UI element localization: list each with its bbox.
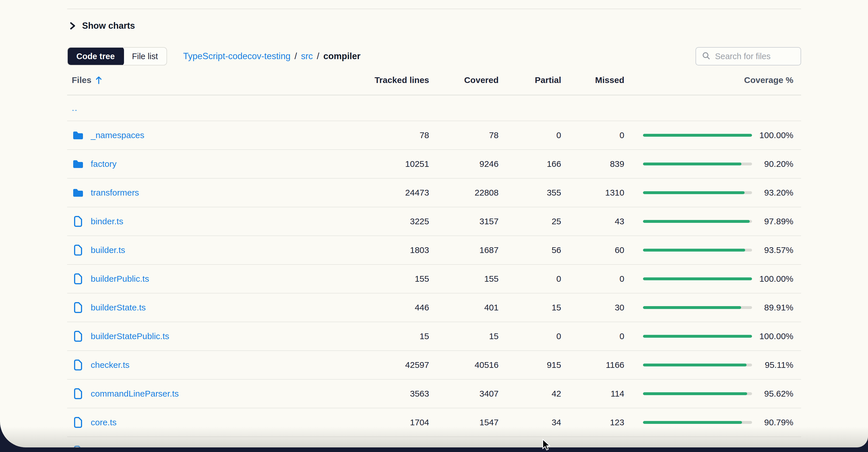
sort-ascending-icon bbox=[95, 76, 102, 85]
table-row: builderPublic.ts 155 155 0 0 100.00% bbox=[67, 265, 801, 294]
table-row: factory 10251 9246 166 839 90.20% bbox=[67, 150, 801, 179]
table-row: corePublic.ts 27 27 0 0 100.00% bbox=[67, 437, 801, 447]
missed-value: 1166 bbox=[561, 360, 624, 370]
missed-value: 60 bbox=[561, 245, 624, 255]
coverage-bar-fill bbox=[643, 277, 752, 280]
covered-value: 401 bbox=[429, 303, 499, 312]
file-link[interactable]: builderPublic.ts bbox=[91, 274, 149, 284]
partial-value: 166 bbox=[499, 159, 561, 169]
header-files[interactable]: Files bbox=[67, 75, 343, 85]
tab-code-tree[interactable]: Code tree bbox=[67, 47, 124, 65]
coverage-bar-fill bbox=[643, 249, 745, 251]
covered-value: 155 bbox=[429, 274, 499, 284]
table-row: builderStatePublic.ts 15 15 0 0 100.00% bbox=[67, 322, 801, 351]
chevron-right-icon bbox=[69, 22, 76, 30]
partial-value: 915 bbox=[499, 360, 561, 370]
header-covered[interactable]: Covered bbox=[429, 75, 499, 85]
partial-value: 34 bbox=[499, 418, 561, 427]
coverage-percent: 90.20% bbox=[752, 159, 794, 169]
table-row: binder.ts 3225 3157 25 43 97.89% bbox=[67, 207, 801, 236]
file-link[interactable]: transformers bbox=[91, 188, 139, 198]
file-icon bbox=[72, 216, 84, 227]
tracked-lines-value: 155 bbox=[343, 274, 429, 284]
covered-value: 22808 bbox=[429, 188, 499, 198]
top-divider bbox=[67, 9, 801, 9]
coverage-bar bbox=[624, 335, 752, 338]
coverage-bar-fill bbox=[643, 162, 741, 165]
covered-value: 9246 bbox=[429, 159, 499, 169]
partial-value: 25 bbox=[499, 216, 561, 226]
header-partial[interactable]: Partial bbox=[499, 75, 561, 85]
coverage-bar-fill bbox=[643, 220, 750, 223]
coverage-percent: 89.91% bbox=[752, 303, 794, 312]
show-charts-label: Show charts bbox=[82, 21, 135, 31]
covered-value: 40516 bbox=[429, 360, 499, 370]
coverage-bar bbox=[624, 277, 752, 280]
file-icon bbox=[72, 331, 84, 342]
file-link[interactable]: builder.ts bbox=[91, 245, 125, 255]
partial-value: 0 bbox=[499, 331, 561, 341]
table-header-row: Files Tracked lines Covered Partial Miss… bbox=[67, 65, 801, 95]
breadcrumb-repo-link[interactable]: TypeScript-codecov-testing bbox=[183, 51, 290, 61]
folder-icon bbox=[72, 188, 84, 198]
covered-value: 15 bbox=[429, 331, 499, 341]
table-row: commandLineParser.ts 3563 3407 42 114 95… bbox=[67, 380, 801, 409]
search-input[interactable] bbox=[715, 52, 795, 61]
tracked-lines-value: 24473 bbox=[343, 188, 429, 198]
file-icon bbox=[72, 244, 84, 256]
covered-value: 78 bbox=[429, 130, 499, 140]
coverage-bar bbox=[624, 134, 752, 137]
missed-value: 0 bbox=[561, 130, 624, 140]
coverage-bar bbox=[624, 421, 752, 424]
tracked-lines-value: 10251 bbox=[343, 159, 429, 169]
table-row: checker.ts 42597 40516 915 1166 95.11% bbox=[67, 351, 801, 380]
file-link[interactable]: checker.ts bbox=[91, 360, 129, 370]
partial-value: 42 bbox=[499, 389, 561, 399]
coverage-bar bbox=[624, 220, 752, 223]
file-link[interactable]: _namespaces bbox=[91, 130, 144, 140]
coverage-bar bbox=[624, 306, 752, 309]
files-table: Files Tracked lines Covered Partial Miss… bbox=[67, 65, 801, 447]
covered-value: 27 bbox=[429, 446, 499, 447]
coverage-percent: 100.00% bbox=[752, 130, 794, 140]
parent-directory-link[interactable]: .. bbox=[72, 103, 78, 113]
file-link[interactable]: core.ts bbox=[91, 418, 117, 427]
tracked-lines-value: 27 bbox=[343, 446, 429, 447]
tracked-lines-value: 42597 bbox=[343, 360, 429, 370]
table-row: builderState.ts 446 401 15 30 89.91% bbox=[67, 294, 801, 322]
breadcrumb-dir-link[interactable]: src bbox=[301, 51, 313, 61]
missed-value: 0 bbox=[561, 331, 624, 341]
coverage-percent: 100.00% bbox=[752, 446, 794, 447]
header-tracked-lines[interactable]: Tracked lines bbox=[343, 75, 429, 85]
coverage-bar-fill bbox=[643, 392, 747, 395]
header-coverage[interactable]: Coverage % bbox=[624, 75, 794, 85]
table-row: _namespaces 78 78 0 0 100.00% bbox=[67, 121, 801, 150]
file-link[interactable]: commandLineParser.ts bbox=[91, 389, 179, 399]
coverage-bar bbox=[624, 364, 752, 366]
tracked-lines-value: 3563 bbox=[343, 389, 429, 399]
file-link[interactable]: binder.ts bbox=[91, 216, 123, 226]
tracked-lines-value: 78 bbox=[343, 130, 429, 140]
coverage-bar bbox=[624, 162, 752, 165]
partial-value: 355 bbox=[499, 188, 561, 198]
covered-value: 1687 bbox=[429, 245, 499, 255]
search-box[interactable] bbox=[695, 47, 801, 65]
header-missed[interactable]: Missed bbox=[561, 75, 624, 85]
show-charts-toggle[interactable]: Show charts bbox=[69, 21, 135, 31]
file-link[interactable]: factory bbox=[91, 159, 117, 169]
tab-file-list[interactable]: File list bbox=[123, 48, 166, 65]
breadcrumb-separator: / bbox=[294, 51, 297, 61]
file-icon bbox=[72, 417, 84, 428]
covered-value: 3407 bbox=[429, 389, 499, 399]
coverage-percent: 95.11% bbox=[752, 360, 794, 370]
file-link[interactable]: corePublic.ts bbox=[91, 446, 140, 447]
coverage-bar bbox=[624, 249, 752, 251]
coverage-percent: 93.20% bbox=[752, 188, 794, 198]
coverage-percent: 93.57% bbox=[752, 245, 794, 255]
tracked-lines-value: 15 bbox=[343, 331, 429, 341]
coverage-bar-fill bbox=[643, 421, 742, 424]
coverage-bar-fill bbox=[643, 306, 741, 309]
file-link[interactable]: builderStatePublic.ts bbox=[91, 331, 169, 341]
missed-value: 0 bbox=[561, 446, 624, 447]
file-link[interactable]: builderState.ts bbox=[91, 303, 146, 312]
